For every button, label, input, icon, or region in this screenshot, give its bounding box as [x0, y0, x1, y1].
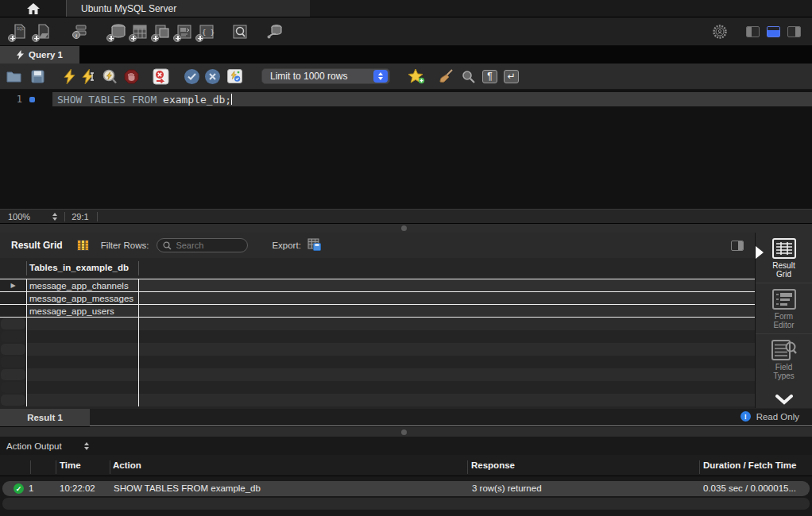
sql-identifier: example_db;	[163, 94, 231, 106]
caret-position: 29:1	[72, 212, 88, 221]
col-header-action[interactable]: Action	[113, 460, 141, 470]
row-selector-cell[interactable]	[0, 305, 26, 317]
beautify-query-button[interactable]	[439, 69, 454, 83]
row-selector-cell[interactable]: ▶	[0, 279, 26, 291]
field-types-icon	[771, 340, 797, 360]
search-document-icon	[232, 24, 248, 40]
find-button[interactable]	[462, 70, 475, 83]
database-wrench-icon	[266, 23, 284, 40]
sidebar-item-field-types[interactable]: Field Types	[756, 333, 812, 384]
horizontal-splitter[interactable]	[0, 224, 812, 233]
stop-query-button[interactable]	[124, 69, 139, 84]
create-procedure-button[interactable]	[176, 23, 193, 40]
execute-query-button[interactable]	[64, 69, 75, 84]
horizontal-splitter[interactable]	[0, 426, 812, 437]
filter-rows-label: Filter Rows:	[101, 241, 149, 250]
export-button[interactable]	[307, 238, 321, 252]
export-label: Export:	[272, 241, 300, 250]
explain-magnifier-icon	[102, 69, 118, 84]
tab-query-1[interactable]: Query 1	[0, 46, 79, 64]
statement-marker-icon	[29, 97, 35, 102]
connection-tab[interactable]: Ubuntu MySQL Server	[67, 0, 310, 17]
splitter-grip-icon	[401, 225, 407, 231]
limit-rows-dropdown[interactable]: Limit to 1000 rows	[261, 68, 390, 84]
column-divider	[26, 279, 27, 406]
cell-value[interactable]: message_app_channels	[26, 279, 138, 291]
table-row[interactable]: ▶ message_app_channels	[0, 279, 755, 292]
empty-row	[0, 343, 755, 356]
output-selector-stepper[interactable]	[84, 442, 89, 450]
lightning-icon	[17, 50, 24, 60]
toggle-autocommit-button[interactable]	[227, 69, 242, 83]
limit-rows-value: Limit to 1000 rows	[262, 71, 373, 82]
search-input[interactable]	[176, 241, 242, 250]
save-script-button[interactable]	[31, 70, 44, 83]
home-tab[interactable]	[0, 0, 67, 17]
splitter-grip-icon	[401, 429, 407, 435]
star-plus-icon	[408, 68, 425, 84]
cell-value[interactable]: message_app_messages	[26, 292, 138, 304]
commit-button[interactable]	[184, 69, 199, 84]
toggle-left-panel-button[interactable]	[746, 26, 760, 37]
broom-icon	[439, 69, 454, 83]
create-schema-button[interactable]	[109, 23, 126, 40]
table-row[interactable]: message_app_messages	[0, 292, 755, 305]
tab-result-1[interactable]: Result 1	[0, 409, 90, 426]
sidebar-item-form-editor[interactable]: Form Editor	[756, 283, 812, 333]
empty-output-row	[2, 498, 810, 510]
plus-badge-icon	[151, 34, 159, 42]
create-table-button[interactable]	[131, 23, 149, 40]
col-header-time[interactable]: Time	[60, 460, 81, 470]
toggle-invisible-chars-button[interactable]: ¶	[482, 70, 497, 83]
action-output-header: Action Output	[0, 437, 812, 455]
column-header-tables-in-example-db[interactable]: Tables_in_example_db	[29, 263, 129, 272]
sql-statement[interactable]: SHOW TABLES FROM example_db;	[52, 92, 812, 106]
result-tab-bar: Result 1 ! Read Only	[0, 409, 812, 426]
database-tools-button[interactable]	[266, 23, 284, 40]
table-row[interactable]: message_app_users	[0, 305, 755, 318]
toggle-bottom-panel-button[interactable]	[767, 26, 780, 37]
rollback-button[interactable]	[205, 69, 220, 84]
result-grid-icon	[772, 238, 796, 259]
result-view-sidebar: Result Grid Form Editor	[755, 233, 812, 408]
pilcrow-icon: ¶	[487, 71, 492, 82]
execute-lightning-icon	[64, 69, 75, 84]
action-output-title: Action Output	[6, 441, 62, 451]
open-sql-script-button[interactable]	[34, 23, 52, 40]
server-status-button[interactable]: i	[71, 23, 88, 40]
sidebar-item-result-grid[interactable]: Result Grid	[756, 233, 812, 283]
create-view-button[interactable]	[153, 23, 171, 40]
zoom-stepper[interactable]	[52, 213, 57, 221]
toggle-word-wrap-button[interactable]: ↵	[504, 70, 519, 83]
search-table-data-button[interactable]	[231, 23, 249, 40]
open-script-button[interactable]	[6, 71, 21, 83]
col-header-duration[interactable]: Duration / Fetch Time	[703, 460, 796, 470]
toggle-sidebar-button[interactable]	[731, 241, 744, 251]
sidebar-expand-button[interactable]	[775, 395, 794, 406]
column-divider[interactable]	[138, 279, 139, 406]
filter-search-box[interactable]	[157, 238, 248, 252]
read-only-indicator: ! Read Only	[740, 411, 799, 422]
toggle-stop-on-error-button[interactable]	[153, 68, 169, 85]
svg-text:SQL: SQL	[17, 27, 25, 31]
cell-value[interactable]: message_app_users	[26, 305, 138, 317]
editor-status-bar: 100% 29:1	[0, 209, 812, 224]
code-line-1: 1 SHOW TABLES FROM example_db;	[0, 92, 812, 106]
toggle-right-panel-button[interactable]	[787, 26, 801, 37]
plus-badge-icon	[195, 34, 203, 42]
new-query-tab-button[interactable]: SQL	[10, 23, 28, 40]
result-grid-rows: ▶ message_app_channels message_app_messa…	[0, 279, 755, 406]
home-icon	[27, 3, 40, 14]
create-function-button[interactable]: { }	[198, 23, 215, 40]
action-output-panel: Action Output Time Action Response Durat…	[0, 437, 812, 516]
stop-hand-icon	[124, 69, 139, 84]
col-header-response[interactable]: Response	[471, 460, 515, 470]
success-check-icon: ✓	[14, 483, 24, 494]
connection-tab-label: Ubuntu MySQL Server	[81, 3, 176, 14]
save-snippet-button[interactable]	[408, 68, 425, 84]
row-selector-cell[interactable]	[0, 292, 26, 304]
execute-current-statement-button[interactable]	[82, 69, 95, 84]
explain-plan-button[interactable]	[102, 69, 118, 84]
action-output-row[interactable]: ✓ 1 10:22:02 SHOW TABLES FROM example_db…	[2, 481, 810, 496]
sql-editor[interactable]: 1 SHOW TABLES FROM example_db;	[0, 90, 812, 209]
